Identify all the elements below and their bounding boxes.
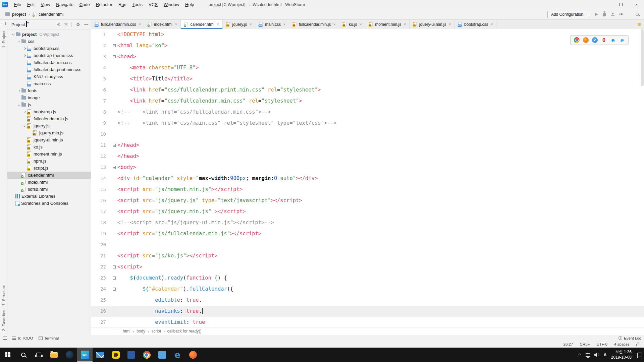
code-line-22[interactable]: 22<script> [91, 261, 644, 273]
tree-item-npm-js[interactable]: JSnpm.js [7, 158, 91, 165]
editor-tab-moment-min-js[interactable]: 101JSmoment.min.js [365, 20, 410, 29]
tree-item-external-libraries[interactable]: External Libraries [7, 193, 91, 200]
run-icon[interactable] [595, 13, 598, 16]
menu-item-edit[interactable]: Edit [24, 1, 38, 8]
taskbar-icon-kakaotalk[interactable] [108, 348, 123, 362]
gear-icon[interactable]: ⚙ [76, 22, 80, 27]
edge-browser-icon[interactable] [610, 37, 616, 43]
editor-tab-fullcalendar-min-js[interactable]: 101JSfullcalendar.min.js [289, 20, 339, 29]
taskbar-icon-edge[interactable] [170, 348, 185, 362]
code-line-3[interactable]: 3<head> [91, 51, 644, 62]
tree-item-jquery-ui-min-js[interactable]: 101JSjquery-ui.min.js [7, 136, 91, 143]
tree-item-sdfsd-html[interactable]: Hsdfsd.html [7, 186, 91, 193]
scrollbar-thumb[interactable] [641, 29, 644, 86]
editor-tab-ko-js[interactable]: 101JSko.js [339, 20, 365, 29]
code-line-12[interactable]: 12</head> [91, 151, 644, 162]
code-line-24[interactable]: 24 $("#calendar").fullCalendar({ [91, 284, 644, 295]
fold-marker-icon[interactable] [113, 144, 116, 147]
tree-item-script-js[interactable]: JSscript.js [7, 165, 91, 172]
chevron-down-icon[interactable] [23, 125, 25, 127]
chevron-down-icon[interactable] [17, 40, 20, 43]
terminal-button[interactable]: Terminal [39, 336, 59, 340]
editor-tab-fullcalendar-min-css[interactable]: cssfullcalendar.min.css [91, 20, 144, 29]
tree-item-scratches-and-consoles[interactable]: Scratches and Consoles [7, 200, 91, 207]
tree-item-ko-js[interactable]: 101JSko.js [7, 143, 91, 150]
tool-window-icon[interactable] [2, 22, 6, 25]
breadcrumb-project[interactable]: project [12, 12, 26, 17]
code-line-1[interactable]: 1<!DOCTYPE html> [91, 29, 644, 40]
action-center-icon[interactable] [637, 353, 642, 357]
close-icon[interactable] [333, 22, 336, 26]
todo-button[interactable]: 6: TODO [12, 336, 33, 340]
fold-marker-icon[interactable] [113, 265, 116, 268]
tree-item-knu-study-css[interactable]: cssKNU_study.css [7, 73, 91, 80]
chevron-right-icon[interactable] [23, 54, 25, 57]
hidden-icons-chevron[interactable] [578, 354, 581, 357]
install-icon[interactable] [611, 13, 614, 16]
menu-item-help[interactable]: Help [182, 1, 197, 8]
chevron-down-icon[interactable] [17, 104, 20, 106]
code-line-2[interactable]: 2<html lang="ko"> [91, 40, 644, 51]
clock[interactable]: 오전 1:36 2019-10-08 [611, 350, 632, 360]
stripe-button[interactable]: 7: Structure [2, 285, 6, 306]
taskbar-icon-app-blue[interactable] [123, 348, 139, 362]
minimize-button[interactable]: — [598, 0, 613, 9]
tree-item-fullcalendar-min-js[interactable]: 101JSfullcalendar.min.js [7, 115, 91, 122]
grid-icon[interactable] [619, 12, 623, 16]
breadcrumb-item[interactable]: body [137, 329, 145, 334]
breadcrumb-item[interactable]: html [123, 329, 130, 334]
tree-item-jquery-min-js[interactable]: 101JSjquery.min.js [7, 129, 91, 136]
tree-item-project[interactable]: projectC:₩project [7, 31, 91, 38]
menu-item-file[interactable]: File [11, 1, 24, 8]
taskbar-icon-webstorm[interactable] [77, 348, 93, 362]
stripe-button[interactable]: 1: Project [2, 31, 6, 48]
close-icon[interactable] [283, 22, 286, 26]
chrome-browser-icon[interactable] [574, 37, 580, 43]
file-encoding[interactable]: UTF-8 [596, 342, 607, 346]
code-line-10[interactable]: 10 [91, 129, 644, 140]
breadcrumb-item[interactable]: script [151, 329, 161, 334]
ime-indicator[interactable]: A [604, 353, 607, 357]
taskbar-icon-app-red[interactable] [185, 348, 201, 362]
tree-item-css[interactable]: css [7, 38, 91, 45]
code-line-5[interactable]: 5 <title>Title</title> [91, 73, 644, 84]
taskbar-icon-explorer[interactable] [46, 348, 62, 362]
code-line-7[interactable]: 7 <link href="css/fullcalendar.min.css" … [91, 96, 644, 107]
breadcrumb-file[interactable]: calender.html [39, 12, 63, 17]
lock-icon[interactable] [636, 344, 639, 346]
menu-item-run[interactable]: Run [115, 1, 129, 8]
code-line-21[interactable]: 21<script src="js/ko.js"></script> [91, 250, 644, 261]
network-icon[interactable] [586, 353, 590, 357]
editor-tab-calender-html[interactable]: Hcalender.html [181, 20, 223, 29]
code-line-25[interactable]: 25 editable: true, [91, 295, 644, 306]
tree-item-main-css[interactable]: cssmain.css [7, 80, 91, 87]
taskbar-icon-tbsearch[interactable] [15, 348, 31, 362]
code-line-9[interactable]: 9<!-- <link href="css/main.css" rel="sty… [91, 118, 644, 129]
tree-item-bootstrap-css[interactable]: cssbootstrap.css [7, 45, 91, 52]
tree-item-image[interactable]: image [7, 94, 91, 101]
code-line-16[interactable]: 16<script src="js/jquery.js" type="text/… [91, 195, 644, 206]
fold-marker-icon[interactable] [113, 288, 116, 291]
code-line-17[interactable]: 17<script src="js/jquery.min.js" ></scri… [91, 206, 644, 217]
menu-item-window[interactable]: Window [161, 1, 182, 8]
code-line-15[interactable]: 15<script src="js/moment.min.js"></scrip… [91, 184, 644, 195]
code-line-14[interactable]: 14<div id="calendar" style="max-width:90… [91, 173, 644, 184]
taskbar-icon-chrome[interactable] [139, 348, 154, 362]
fold-marker-icon[interactable] [113, 166, 116, 169]
add-configuration-button[interactable]: Add Configuration... [547, 11, 590, 18]
menu-item-view[interactable]: View [38, 1, 53, 8]
chevron-right-icon[interactable] [23, 111, 25, 113]
taskbar-icon-mail[interactable] [93, 348, 108, 362]
editor-tab-jquery-js[interactable]: 101JSjquery.js [223, 20, 255, 29]
close-icon[interactable] [449, 22, 451, 26]
close-icon[interactable] [175, 22, 177, 26]
collapse-all-icon[interactable] [64, 23, 67, 26]
safari-browser-icon[interactable] [592, 37, 598, 43]
hide-panel-icon[interactable]: — [84, 22, 88, 27]
tree-item-fullcalendar-min-css[interactable]: cssfullcalendar.min.css [7, 59, 91, 66]
chevron-down-icon[interactable] [12, 33, 14, 36]
code-line-4[interactable]: 4 <meta charset="UTF-8"> [91, 62, 644, 73]
tree-item-calender-html[interactable]: Hcalender.html [7, 172, 91, 179]
opera-browser-icon[interactable] [601, 37, 607, 43]
caret-position[interactable]: 26:27 [564, 342, 573, 346]
